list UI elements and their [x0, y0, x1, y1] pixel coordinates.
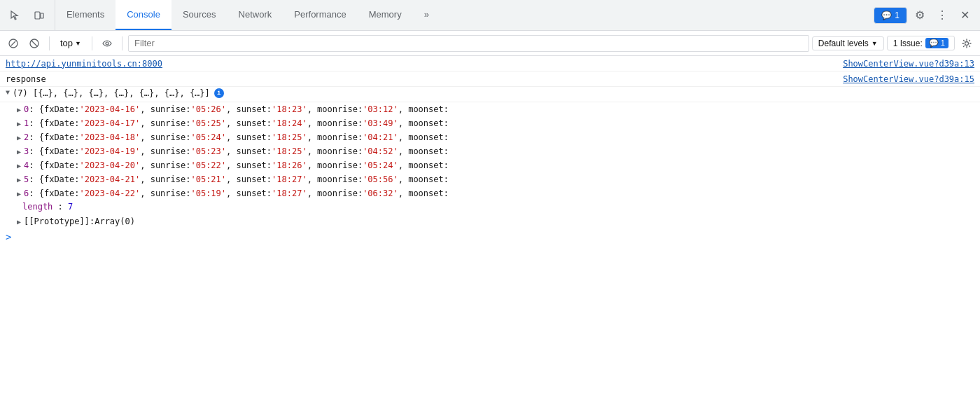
prototype-expand-arrow[interactable]	[17, 217, 21, 226]
more-options-button[interactable]: ⋮	[932, 6, 952, 25]
prompt-row: >	[0, 228, 980, 245]
eye-icon-button[interactable]	[98, 34, 116, 53]
chat-icon: 💬	[881, 11, 892, 20]
svg-line-3	[11, 41, 15, 46]
item-expand-arrow[interactable]	[17, 147, 21, 156]
filter-input[interactable]	[128, 35, 809, 52]
prompt-symbol: >	[6, 231, 11, 242]
devtools-tabbar: Elements Console Sources Network Perform…	[0, 0, 980, 31]
toolbar-icons	[0, 0, 55, 30]
array-item-row: 1 : {fxDate: '2023-04-17' , sunrise: '05…	[0, 116, 980, 130]
item-expand-arrow[interactable]	[17, 105, 21, 114]
url-row: http://api.yunminitools.cn:8000 ShowCent…	[0, 56, 980, 71]
svg-line-5	[31, 40, 38, 46]
info-icon[interactable]: i	[214, 88, 224, 98]
tab-sources[interactable]: Sources	[172, 0, 227, 30]
issues-count-badge: 💬 1	[925, 38, 948, 48]
array-item-row: 5 : {fxDate: '2023-04-21' , sunrise: '05…	[0, 172, 980, 186]
source-link-1[interactable]: ShowCenterView.vue?d39a:13	[843, 59, 974, 69]
array-item-row: 3 : {fxDate: '2023-04-19' , sunrise: '05…	[0, 144, 980, 158]
svg-rect-1	[41, 13, 43, 18]
item-expand-arrow[interactable]	[17, 189, 21, 198]
close-button[interactable]: ✕	[955, 6, 974, 25]
context-dropdown[interactable]: top ▼	[55, 36, 86, 50]
source-link-2[interactable]: ShowCenterView.vue?d39a:15	[843, 74, 974, 84]
device-toggle-icon[interactable]	[29, 6, 49, 25]
svg-rect-0	[35, 12, 40, 19]
divider3	[122, 36, 122, 50]
block-requests-button[interactable]	[25, 34, 43, 53]
tab-elements[interactable]: Elements	[55, 0, 115, 30]
tab-performance[interactable]: Performance	[283, 0, 357, 30]
svg-point-6	[106, 42, 108, 45]
prototype-value: Array(0)	[94, 217, 135, 226]
item-expand-arrow[interactable]	[17, 175, 21, 184]
svg-point-7	[965, 41, 969, 45]
item-expand-arrow[interactable]	[17, 161, 21, 170]
length-value: 7	[68, 202, 73, 212]
console-toolbar: top ▼ Default levels ▼ 1 Issue: 💬 1	[0, 31, 980, 56]
console-output: http://api.yunminitools.cn:8000 ShowCent…	[0, 56, 980, 245]
array-item-row: 4 : {fxDate: '2023-04-20' , sunrise: '05…	[0, 158, 980, 172]
issues-button[interactable]: 1 Issue: 💬 1	[887, 36, 955, 50]
dropdown-arrow-icon: ▼	[872, 40, 878, 47]
settings-button[interactable]: ⚙	[910, 6, 930, 25]
tab-network[interactable]: Network	[227, 0, 284, 30]
tab-console[interactable]: Console	[115, 0, 172, 30]
array-header-text: (7) [{…}, {…}, {…}, {…}, {…}, {…}, {…}]	[13, 88, 210, 98]
array-item-row: 6 : {fxDate: '2023-04-22' , sunrise: '05…	[0, 186, 980, 200]
length-row: length : 7	[0, 200, 980, 214]
tab-memory[interactable]: Memory	[358, 0, 413, 30]
divider2	[92, 36, 92, 50]
array-item-row: 0 : {fxDate: '2023-04-16' , sunrise: '05…	[0, 102, 980, 116]
prototype-label: [[Prototype]]	[24, 217, 90, 226]
length-key: length	[22, 202, 52, 212]
prototype-row: [[Prototype]] : Array(0)	[0, 214, 980, 228]
issues-badge-button[interactable]: 💬 1	[874, 7, 907, 24]
clear-console-button[interactable]	[4, 34, 22, 53]
api-url-link[interactable]: http://api.yunminitools.cn:8000	[6, 59, 162, 69]
array-items-container: 0 : {fxDate: '2023-04-16' , sunrise: '05…	[0, 102, 980, 200]
item-expand-arrow[interactable]	[17, 133, 21, 142]
console-settings-button[interactable]	[958, 34, 976, 53]
select-element-icon[interactable]	[6, 6, 25, 25]
array-header-row: (7) [{…}, {…}, {…}, {…}, {…}, {…}, {…}] …	[0, 87, 980, 102]
array-item-row: 2 : {fxDate: '2023-04-18' , sunrise: '05…	[0, 130, 980, 144]
item-expand-arrow[interactable]	[17, 119, 21, 128]
toolbar-right: 💬 1 ⚙ ⋮ ✕	[868, 6, 980, 25]
divider	[49, 36, 50, 50]
default-levels-dropdown[interactable]: Default levels ▼	[812, 36, 884, 50]
tab-more[interactable]: »	[413, 0, 440, 30]
response-label: response	[6, 74, 46, 84]
array-expand-arrow[interactable]	[6, 88, 10, 97]
response-row: response ShowCenterView.vue?d39a:15	[0, 71, 980, 87]
tab-list: Elements Console Sources Network Perform…	[55, 0, 868, 30]
